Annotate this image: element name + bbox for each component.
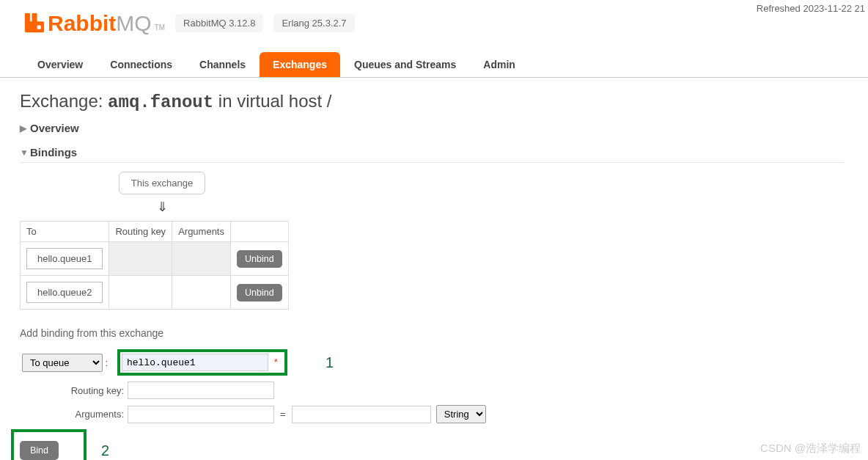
svg-rect-3 bbox=[37, 26, 41, 29]
destination-type-select[interactable]: To queue bbox=[22, 354, 103, 372]
tab-channels[interactable]: Channels bbox=[186, 52, 259, 77]
form-row-routing-key: Routing key: bbox=[20, 381, 844, 399]
tab-connections[interactable]: Connections bbox=[97, 52, 185, 77]
argument-value-input[interactable] bbox=[292, 406, 431, 423]
nav-tabs: Overview Connections Channels Exchanges … bbox=[0, 52, 868, 78]
annotation-number-2: 2 bbox=[101, 442, 109, 459]
col-arguments: Arguments bbox=[172, 222, 231, 242]
unbind-button[interactable]: Unbind bbox=[237, 284, 282, 302]
rabbitmq-version: RabbitMQ 3.12.8 bbox=[175, 14, 263, 32]
logo-text-mq: MQ bbox=[116, 11, 151, 36]
arguments-label: Arguments: bbox=[20, 409, 128, 420]
annotation-highlight-1: * bbox=[117, 349, 287, 376]
watermark: CSDN @浩泽学编程 bbox=[760, 442, 861, 456]
tab-overview[interactable]: Overview bbox=[24, 52, 96, 77]
tab-exchanges[interactable]: Exchanges bbox=[260, 52, 340, 77]
bindings-diagram: This exchange ⇓ bbox=[71, 172, 253, 215]
annotation-number-1: 1 bbox=[326, 354, 334, 371]
section-overview-label: Overview bbox=[30, 122, 79, 134]
page-title: Exchange: amq.fanout in virtual host / bbox=[20, 91, 844, 112]
erlang-version: Erlang 25.3.2.7 bbox=[273, 14, 354, 32]
section-overview[interactable]: ▶ Overview bbox=[20, 118, 844, 138]
cell-arguments bbox=[172, 276, 231, 310]
routing-key-label: Routing key: bbox=[20, 385, 128, 396]
svg-rect-2 bbox=[25, 21, 44, 32]
col-action bbox=[231, 222, 289, 242]
section-bindings-label: Bindings bbox=[30, 146, 77, 158]
arrow-down-icon: ⇓ bbox=[71, 199, 253, 215]
equals-sign: = bbox=[280, 409, 286, 420]
table-row: hello.queue1 Unbind bbox=[21, 242, 289, 276]
cell-routing-key bbox=[109, 276, 172, 310]
table-row: hello.queue2 Unbind bbox=[21, 276, 289, 310]
argument-type-select[interactable]: String bbox=[436, 405, 486, 423]
logo-tm: TM bbox=[155, 23, 165, 32]
header: RabbitMQ TM RabbitMQ 3.12.8 Erlang 25.3.… bbox=[0, 0, 868, 36]
rabbitmq-logo-icon bbox=[24, 12, 45, 33]
queue-link[interactable]: hello.queue1 bbox=[26, 248, 103, 269]
this-exchange-box: This exchange bbox=[119, 172, 206, 194]
exchange-name: amq.fanout bbox=[108, 92, 213, 112]
bindings-table: To Routing key Arguments hello.queue1 Un… bbox=[20, 221, 289, 310]
form-row-arguments: Arguments: = String bbox=[20, 405, 844, 423]
cell-routing-key bbox=[109, 242, 172, 276]
table-header-row: To Routing key Arguments bbox=[21, 222, 289, 242]
title-suffix: in virtual host / bbox=[213, 91, 331, 111]
tab-queues[interactable]: Queues and Streams bbox=[341, 52, 469, 77]
argument-key-input[interactable] bbox=[128, 406, 274, 423]
destination-name-input[interactable] bbox=[122, 354, 268, 371]
queue-link[interactable]: hello.queue2 bbox=[26, 282, 103, 303]
routing-key-input[interactable] bbox=[128, 381, 274, 399]
add-binding-heading: Add binding from this exchange bbox=[20, 327, 844, 339]
cell-arguments bbox=[172, 242, 231, 276]
caret-down-icon: ▼ bbox=[20, 147, 30, 158]
tab-admin[interactable]: Admin bbox=[470, 52, 529, 77]
form-row-destination: To queue : * 1 bbox=[20, 349, 844, 376]
section-bindings[interactable]: ▼ Bindings bbox=[20, 142, 844, 163]
logo-text-rabbit: Rabbit bbox=[48, 11, 116, 36]
bind-button[interactable]: Bind bbox=[20, 441, 59, 460]
required-marker: * bbox=[274, 357, 278, 368]
logo: RabbitMQ TM bbox=[24, 10, 165, 36]
title-prefix: Exchange: bbox=[20, 91, 108, 111]
caret-right-icon: ▶ bbox=[20, 123, 30, 134]
refresh-status: Refreshed 2023-11-22 21 bbox=[757, 3, 865, 14]
annotation-highlight-2: Bind bbox=[11, 429, 87, 460]
col-routing-key: Routing key bbox=[109, 222, 172, 242]
unbind-button[interactable]: Unbind bbox=[237, 250, 282, 268]
col-to: To bbox=[21, 222, 109, 242]
